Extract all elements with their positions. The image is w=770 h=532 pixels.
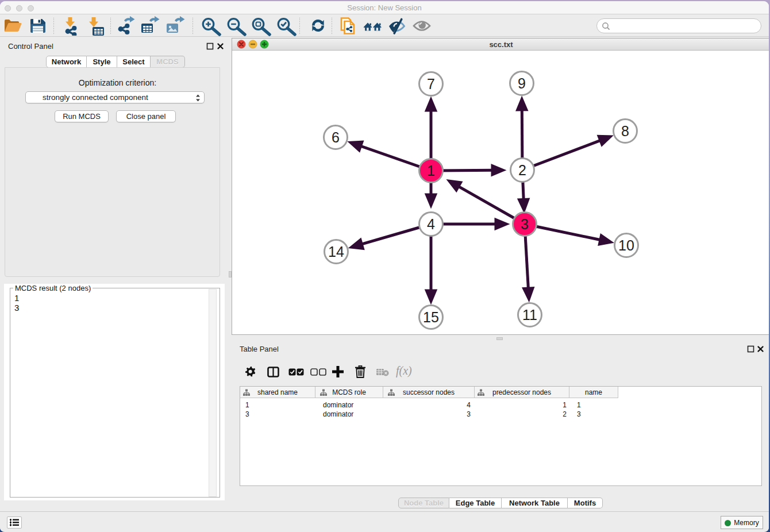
svg-text:11: 11 [522,307,537,323]
svg-text:1: 1 [427,163,435,179]
svg-text:2: 2 [518,162,526,178]
svg-text:7: 7 [427,76,435,92]
svg-text:14: 14 [328,244,344,260]
svg-text:15: 15 [423,309,439,325]
svg-text:9: 9 [518,75,526,91]
svg-text:10: 10 [618,237,634,253]
svg-text:3: 3 [521,216,529,232]
svg-text:6: 6 [332,129,340,145]
svg-text:4: 4 [427,216,435,232]
svg-text:8: 8 [621,123,629,139]
